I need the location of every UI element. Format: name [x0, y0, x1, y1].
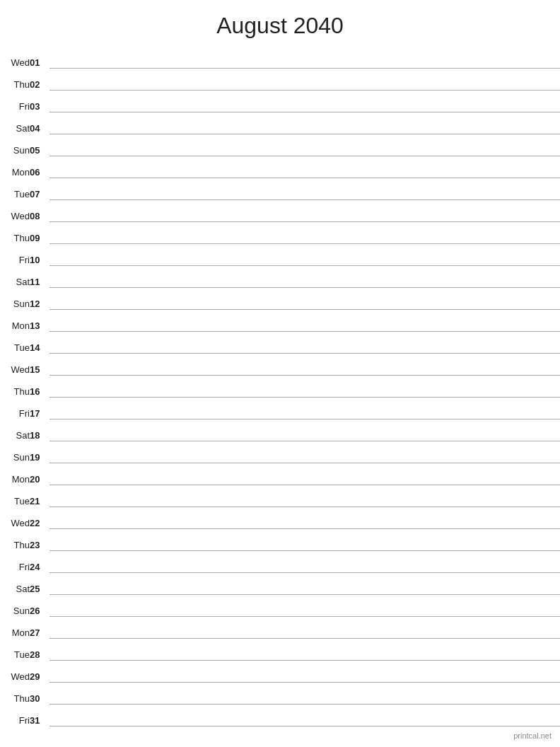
day-number: 20 [30, 463, 49, 485]
day-name: Mon [0, 309, 30, 331]
day-name: Mon [0, 156, 30, 178]
day-line [49, 660, 560, 682]
page-title: August 2040 [0, 0, 560, 46]
day-number: 14 [30, 331, 49, 353]
day-line [49, 156, 560, 178]
day-line [49, 309, 560, 331]
day-number: 22 [30, 506, 49, 528]
day-number: 24 [30, 550, 49, 572]
table-row: Sun12 [0, 287, 560, 309]
day-number: 15 [30, 353, 49, 375]
day-name: Fri [0, 397, 30, 419]
day-number: 17 [30, 397, 49, 419]
day-name: Fri [0, 550, 30, 572]
day-name: Sat [0, 112, 30, 134]
table-row: Fri10 [0, 243, 560, 265]
day-name: Tue [0, 178, 30, 199]
day-line [49, 375, 560, 397]
day-name: Sat [0, 265, 30, 287]
table-row: Fri17 [0, 397, 560, 419]
day-line [49, 616, 560, 638]
table-row: Thu09 [0, 221, 560, 243]
day-number: 08 [30, 199, 49, 221]
day-name: Sat [0, 419, 30, 441]
table-row: Wed15 [0, 353, 560, 375]
day-line [49, 506, 560, 528]
table-row: Sat11 [0, 265, 560, 287]
day-name: Sun [0, 287, 30, 309]
day-line [49, 638, 560, 660]
day-number: 21 [30, 485, 49, 506]
day-number: 09 [30, 221, 49, 243]
day-name: Tue [0, 638, 30, 660]
day-name: Fri [0, 704, 30, 726]
table-row: Mon06 [0, 156, 560, 178]
day-name: Wed [0, 199, 30, 221]
day-number: 18 [30, 419, 49, 441]
day-number: 31 [30, 704, 49, 726]
table-row: Wed29 [0, 660, 560, 682]
table-row: Thu23 [0, 528, 560, 550]
table-row: Thu02 [0, 68, 560, 90]
day-name: Wed [0, 353, 30, 375]
day-line [49, 243, 560, 265]
table-row: Wed22 [0, 506, 560, 528]
table-row: Thu30 [0, 682, 560, 704]
table-row: Sat25 [0, 572, 560, 594]
day-name: Mon [0, 463, 30, 485]
day-line [49, 221, 560, 243]
day-line [49, 112, 560, 134]
day-line [49, 594, 560, 616]
day-number: 01 [30, 46, 49, 68]
day-line [49, 441, 560, 463]
day-number: 07 [30, 178, 49, 199]
day-number: 28 [30, 638, 49, 660]
day-line [49, 178, 560, 199]
day-number: 04 [30, 112, 49, 134]
day-number: 19 [30, 441, 49, 463]
table-row: Sun19 [0, 441, 560, 463]
day-number: 29 [30, 660, 49, 682]
day-name: Sun [0, 594, 30, 616]
day-line [49, 550, 560, 572]
day-line [49, 419, 560, 441]
day-number: 02 [30, 68, 49, 90]
table-row: Tue21 [0, 485, 560, 506]
day-name: Tue [0, 485, 30, 506]
table-row: Mon13 [0, 309, 560, 331]
day-name: Thu [0, 221, 30, 243]
day-name: Sun [0, 134, 30, 156]
table-row: Mon27 [0, 616, 560, 638]
day-number: 27 [30, 616, 49, 638]
day-line [49, 463, 560, 485]
day-name: Thu [0, 682, 30, 704]
day-line [49, 287, 560, 309]
day-line [49, 134, 560, 156]
day-line [49, 704, 560, 726]
table-row: Sun26 [0, 594, 560, 616]
day-name: Mon [0, 616, 30, 638]
day-name: Sat [0, 572, 30, 594]
day-name: Fri [0, 243, 30, 265]
day-name: Tue [0, 331, 30, 353]
day-line [49, 528, 560, 550]
day-name: Sun [0, 441, 30, 463]
table-row: Sat18 [0, 419, 560, 441]
day-name: Wed [0, 46, 30, 68]
table-row: Tue28 [0, 638, 560, 660]
day-line [49, 68, 560, 90]
table-row: Wed01 [0, 46, 560, 68]
day-line [49, 90, 560, 112]
calendar-table: Wed01Thu02Fri03Sat04Sun05Mon06Tue07Wed08… [0, 46, 560, 726]
day-line [49, 682, 560, 704]
table-row: Fri03 [0, 90, 560, 112]
day-line [49, 199, 560, 221]
table-row: Tue14 [0, 331, 560, 353]
day-line [49, 46, 560, 68]
table-row: Wed08 [0, 199, 560, 221]
day-line [49, 353, 560, 375]
table-row: Sat04 [0, 112, 560, 134]
day-line [49, 572, 560, 594]
day-number: 23 [30, 528, 49, 550]
day-number: 25 [30, 572, 49, 594]
